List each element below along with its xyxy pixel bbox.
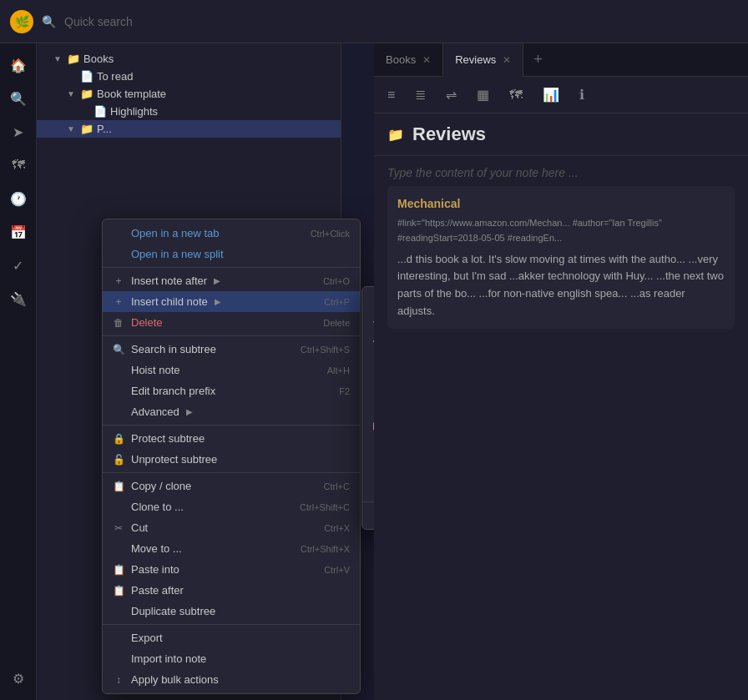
toolbar-icon-5[interactable]: 🗺 xyxy=(506,84,526,106)
app-logo: 🌿 xyxy=(10,10,33,33)
sm-text[interactable]: T Text xyxy=(362,290,374,311)
tab-close-books[interactable]: ✕ xyxy=(422,54,431,66)
ctx-insert-note-after[interactable]: + Insert note after ▶ Ctrl+O xyxy=(103,270,360,291)
tab-bar: Books ✕ Reviews ✕ + xyxy=(374,43,748,77)
ctx-protect-subtree[interactable]: 🔒 Protect subtree xyxy=(103,428,360,449)
arrow-icon: ▶ xyxy=(214,276,220,285)
search-icon: 🔍 xyxy=(42,15,56,28)
chevron-icon-3: ▼ xyxy=(67,124,77,133)
text-icon: T xyxy=(372,295,374,307)
sm-book-template[interactable]: 📋 Book template xyxy=(362,505,374,526)
sm-mermaid-diagram[interactable]: ✦ Mermaid Diagram xyxy=(362,436,374,457)
paste-after-icon: 📋 xyxy=(113,585,124,597)
ctx-search-subtree[interactable]: 🔍 Search in subtree Ctrl+Shift+S xyxy=(103,339,360,360)
editor-title-icon: 📁 xyxy=(387,127,404,143)
sm-book[interactable]: 📖 Book xyxy=(362,415,374,436)
sidebar-icon-calendar[interactable]: 📅 xyxy=(3,217,33,247)
toolbar-icon-4[interactable]: ▦ xyxy=(473,83,493,106)
sm-web-view[interactable]: ⊕ Web View xyxy=(362,478,374,499)
editor-placeholder[interactable]: Type the content of your note here ... xyxy=(387,166,735,179)
folder-icon: 📁 xyxy=(67,53,80,65)
ctx-insert-child-note[interactable]: + Insert child note ▶ Ctrl+P xyxy=(103,291,360,312)
context-menu: Open in a new tab Ctrl+Click Open in a n… xyxy=(102,219,361,694)
sm-relation-map[interactable]: ⟳ Relation Map xyxy=(362,353,374,374)
tab-books[interactable]: Books ✕ xyxy=(374,43,443,77)
sidebar-icon-history[interactable]: 🕐 xyxy=(3,184,33,214)
editor-area: Books ✕ Reviews ✕ + ≡ ≣ ⇌ ▦ 🗺 📊 ℹ 📁 Revi… xyxy=(374,43,748,700)
toolbar-icon-1[interactable]: ≡ xyxy=(384,84,398,106)
canvas-icon: ✏ xyxy=(372,461,374,474)
chevron-icon: ▼ xyxy=(53,54,63,63)
ctx-edit-branch-prefix[interactable]: Edit branch prefix F2 xyxy=(103,380,360,401)
paste-icon: 📋 xyxy=(113,564,124,576)
toolbar-icon-6[interactable]: 📊 xyxy=(539,83,563,106)
lock-icon: 🔒 xyxy=(113,433,124,445)
sm-note-map[interactable]: ◉ Note Map xyxy=(362,374,374,395)
plus-icon-2: + xyxy=(113,296,124,308)
ctx-export[interactable]: Export xyxy=(103,627,360,648)
sidebar-icon-map[interactable]: 🗺 xyxy=(3,150,33,180)
submenu-footer: 📋 Book template xyxy=(362,501,374,526)
ctx-paste-into[interactable]: 📋 Paste into Ctrl+V xyxy=(103,559,360,580)
tree-item-books[interactable]: ▼ 📁 Books xyxy=(37,50,341,68)
top-bar: 🌿 🔍 Quick search xyxy=(0,0,748,43)
plus-icon: + xyxy=(113,275,124,287)
sm-saved-search[interactable]: ⭐ Saved Search xyxy=(362,332,374,353)
ctx-open-new-tab[interactable]: Open in a new tab Ctrl+Click xyxy=(103,223,360,244)
relation-map-icon: ⟳ xyxy=(372,357,374,370)
sidebar-icon-home[interactable]: 🏠 xyxy=(3,50,33,80)
saved-search-icon: ⭐ xyxy=(372,336,374,349)
ctx-unprotect-subtree[interactable]: 🔓 Unprotect subtree xyxy=(103,449,360,470)
editor-content[interactable]: Type the content of your note here ... M… xyxy=(374,156,748,700)
sm-canvas[interactable]: ✏ Canvas xyxy=(362,457,374,478)
ctx-copy-clone[interactable]: 📋 Copy / clone Ctrl+C xyxy=(103,476,360,496)
search-placeholder[interactable]: Quick search xyxy=(64,15,133,28)
note-icon-2: 📄 xyxy=(94,105,107,118)
tree-item-highlights[interactable]: 📄 Highlights xyxy=(37,103,341,120)
ctx-paste-after[interactable]: 📋 Paste after xyxy=(103,580,360,601)
divider-3 xyxy=(103,425,360,426)
ctx-import-into-note[interactable]: Import into note xyxy=(103,648,360,669)
ctx-clone-to[interactable]: Clone to ... Ctrl+Shift+C xyxy=(103,496,360,517)
ctx-delete[interactable]: 🗑 Delete Delete xyxy=(103,312,360,333)
ctx-duplicate-subtree[interactable]: Duplicate subtree xyxy=(103,601,360,622)
chevron-icon-2: ▼ xyxy=(67,89,77,98)
divider-2 xyxy=(103,335,360,336)
toolbar-icon-7[interactable]: ℹ xyxy=(576,83,588,106)
editor-toolbar: ≡ ≣ ⇌ ▦ 🗺 📊 ℹ xyxy=(374,77,748,113)
note-body: ...d this book a lot. It's slow moving a… xyxy=(397,251,725,320)
mermaid-icon: ✦ xyxy=(372,441,374,453)
sidebar-icon-plugin[interactable]: 🔌 xyxy=(3,284,33,314)
sm-render-note[interactable]: ⬡ Render Note xyxy=(362,395,374,415)
note-map-icon: ◉ xyxy=(372,378,374,390)
divider-1 xyxy=(103,267,360,268)
ctx-apply-bulk-actions[interactable]: ↕ Apply bulk actions xyxy=(103,669,360,690)
note-title: Mechanical xyxy=(397,194,725,213)
sidebar-icon-search[interactable]: 🔍 xyxy=(3,83,33,113)
sidebar-icon-check[interactable]: ✓ xyxy=(3,250,33,280)
main-layout: 🏠 🔍 ➤ 🗺 🕐 📅 ✓ 🔌 ⚙ ▼ 📁 Books xyxy=(0,43,748,700)
toolbar-icon-2[interactable]: ≣ xyxy=(412,83,429,106)
sidebar-icon-send[interactable]: ➤ xyxy=(3,117,33,147)
arrow-icon-3: ▶ xyxy=(186,407,193,416)
insert-child-submenu: T Text <> Code ⭐ Saved Search ⟳ Relation… xyxy=(361,286,374,530)
tab-reviews[interactable]: Reviews ✕ xyxy=(443,43,523,77)
ctx-open-new-split[interactable]: Open in a new split xyxy=(103,244,360,264)
ctx-advanced[interactable]: Advanced ▶ xyxy=(103,401,360,422)
sm-code[interactable]: <> Code xyxy=(362,311,374,332)
ctx-hoist-note[interactable]: Hoist note Alt+H xyxy=(103,360,360,380)
editor-title-text: Reviews xyxy=(412,123,486,145)
tree-item-to-read[interactable]: 📄 To read xyxy=(37,68,341,85)
tab-new-button[interactable]: + xyxy=(523,51,553,68)
tab-close-reviews[interactable]: ✕ xyxy=(503,54,511,66)
sidebar-icon-settings[interactable]: ⚙ xyxy=(3,663,33,693)
cut-icon: ✂ xyxy=(113,522,124,534)
ctx-cut[interactable]: ✂ Cut Ctrl+X xyxy=(103,517,360,538)
toolbar-icon-3[interactable]: ⇌ xyxy=(442,83,460,106)
ctx-move-to[interactable]: Move to ... Ctrl+Shift+X xyxy=(103,538,360,559)
trash-icon: 🗑 xyxy=(113,317,124,329)
book-icon: 📖 xyxy=(372,420,374,432)
tree-item-book-template[interactable]: ▼ 📁 Book template xyxy=(37,85,341,103)
bulk-icon: ↕ xyxy=(113,674,124,686)
tree-item-p[interactable]: ▼ 📁 P... xyxy=(37,120,341,138)
